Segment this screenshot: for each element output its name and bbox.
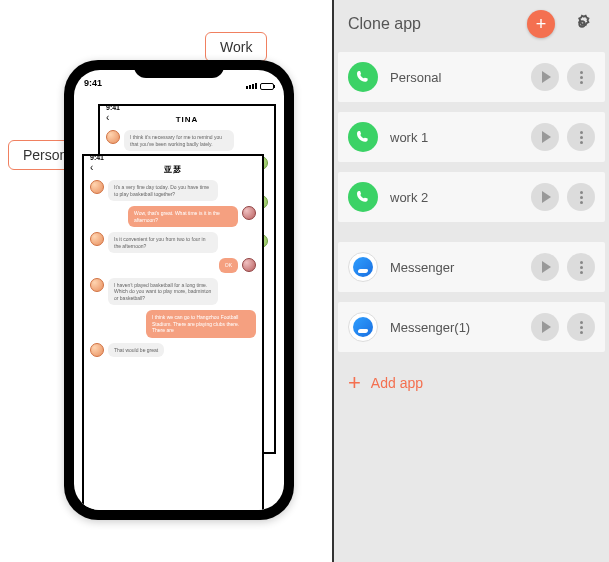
msg-bubble: I haven't played basketball for a long t… [108, 278, 218, 306]
more-icon [580, 321, 583, 334]
play-icon [542, 71, 551, 83]
add-app-row[interactable]: + Add app [334, 362, 609, 404]
avatar [106, 130, 120, 144]
msg-row: I haven't played basketball for a long t… [90, 278, 256, 306]
msg-bubble: Is it convenient for you from two to fou… [108, 232, 218, 253]
plus-icon: + [348, 370, 361, 396]
phone-screen: 9:41 9:41 ‹ TINA I think it's necessary … [74, 70, 284, 510]
msg-row: Is it convenient for you from two to fou… [90, 232, 256, 253]
launch-button[interactable] [531, 313, 559, 341]
more-icon [580, 71, 583, 84]
avatar [90, 343, 104, 357]
avatar [90, 278, 104, 292]
whatsapp-icon [348, 182, 378, 212]
app-row: Messenger [338, 242, 605, 292]
messenger-icon [348, 312, 378, 342]
back-icon[interactable]: ‹ [90, 162, 93, 173]
signal-icon [246, 83, 257, 89]
app-label: work 2 [390, 190, 523, 205]
whatsapp-icon [348, 122, 378, 152]
play-icon [542, 321, 551, 333]
app-label: Messenger(1) [390, 320, 523, 335]
launch-button[interactable] [531, 63, 559, 91]
launch-button[interactable] [531, 253, 559, 281]
msg-bubble: It's a very fine day today. Do you have … [108, 180, 218, 201]
chat-time: 9:41 [90, 154, 104, 161]
msg-row: That would be great [90, 343, 256, 358]
back-icon[interactable]: ‹ [106, 112, 109, 123]
whatsapp-icon [348, 62, 378, 92]
clone-app-panel: Clone app + Personalwork 1work 2Messenge… [332, 0, 609, 562]
msg-row: I think it's necessary for me to remind … [106, 130, 268, 151]
msg-row: It's a very fine day today. Do you have … [90, 180, 256, 201]
avatar [242, 206, 256, 220]
panel-title: Clone app [348, 15, 527, 33]
messages: It's a very fine day today. Do you have … [84, 176, 262, 366]
app-list: Personalwork 1work 2MessengerMessenger(1… [334, 52, 609, 352]
avatar [90, 180, 104, 194]
chat-time: 9:41 [106, 104, 120, 111]
msg-bubble: I think we can go to Hangzhou Football S… [146, 310, 256, 338]
msg-row: OK [90, 258, 256, 273]
chat-title: TINA [176, 115, 199, 124]
status-time: 9:41 [84, 78, 102, 94]
avatar [90, 232, 104, 246]
more-button[interactable] [567, 63, 595, 91]
app-label: work 1 [390, 130, 523, 145]
battery-icon [260, 83, 274, 90]
gear-icon [571, 13, 593, 35]
more-icon [580, 131, 583, 144]
status-right [246, 78, 274, 94]
app-label: Personal [390, 70, 523, 85]
play-icon [542, 191, 551, 203]
more-button[interactable] [567, 183, 595, 211]
chat-title: 亚瑟 [164, 164, 182, 175]
app-row: Messenger(1) [338, 302, 605, 352]
msg-bubble: Wow, that's great. What time is it in th… [128, 206, 238, 227]
notch [134, 60, 224, 78]
chat-header: 9:41 ‹ 亚瑟 [84, 156, 262, 176]
play-icon [542, 261, 551, 273]
msg-row: I think we can go to Hangzhou Football S… [90, 310, 256, 338]
more-button[interactable] [567, 313, 595, 341]
add-app-label: Add app [371, 375, 423, 391]
play-icon [542, 131, 551, 143]
chat-header: 9:41 ‹ TINA [100, 106, 274, 126]
more-button[interactable] [567, 253, 595, 281]
more-icon [580, 191, 583, 204]
add-button[interactable]: + [527, 10, 555, 38]
avatar [242, 258, 256, 272]
msg-bubble: I think it's necessary for me to remind … [124, 130, 234, 151]
panel-header: Clone app + [334, 0, 609, 52]
app-row: Personal [338, 52, 605, 102]
launch-button[interactable] [531, 183, 559, 211]
app-row: work 2 [338, 172, 605, 222]
settings-button[interactable] [569, 11, 595, 37]
chat-window-personal: 9:41 ‹ 亚瑟 It's a very fine day today. Do… [82, 154, 264, 510]
tag-work: Work [205, 32, 267, 62]
more-button[interactable] [567, 123, 595, 151]
tag-work-label: Work [220, 39, 252, 55]
msg-row: Wow, that's great. What time is it in th… [90, 206, 256, 227]
phone-mockups: Work Personal 9:41 9:41 ‹ TINA I think i [0, 0, 330, 562]
iphone-device: 9:41 9:41 ‹ TINA I think it's necessary … [64, 60, 294, 520]
msg-bubble: OK [219, 258, 238, 273]
launch-button[interactable] [531, 123, 559, 151]
more-icon [580, 261, 583, 274]
app-row: work 1 [338, 112, 605, 162]
msg-bubble: That would be great [108, 343, 164, 358]
app-label: Messenger [390, 260, 523, 275]
messenger-icon [348, 252, 378, 282]
